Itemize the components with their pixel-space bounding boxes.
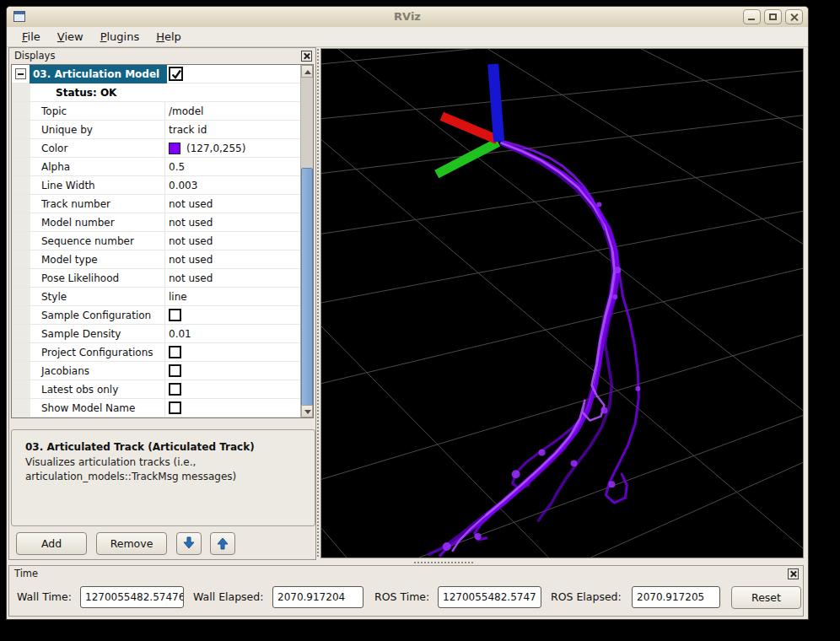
scrollbar-thumb[interactable]: [301, 168, 313, 407]
row-gutter: [12, 83, 30, 101]
property-value[interactable]: track id: [164, 121, 300, 138]
property-label: Style: [30, 291, 164, 303]
time-field-input[interactable]: 1270055482.57476: [80, 586, 184, 608]
displays-panel-close-icon[interactable]: [301, 51, 312, 62]
grid-line: [321, 49, 803, 64]
property-value[interactable]: line: [164, 288, 300, 305]
row-gutter: [12, 399, 30, 417]
property-label: Unique by: [30, 124, 164, 136]
time-panel-close-icon[interactable]: [788, 568, 799, 579]
menu-view[interactable]: View: [49, 28, 92, 46]
property-label: Show Model Name: [30, 402, 164, 414]
tree-row-sample-density[interactable]: Sample Density0.01: [12, 325, 300, 343]
move-display-down-button[interactable]: [176, 532, 202, 555]
property-label: Pose Likelihood: [30, 272, 164, 284]
display-name-label[interactable]: 03. Articulation Model: [30, 65, 167, 83]
row-gutter: [12, 195, 30, 213]
tree-row-track-number[interactable]: Track numbernot used: [12, 195, 300, 213]
tree-row-alpha[interactable]: Alpha0.5: [12, 158, 300, 176]
tree-row-display-header[interactable]: 03. Articulation Model: [12, 65, 300, 83]
tree-row-model-number[interactable]: Model numbernot used: [12, 213, 300, 232]
tree-row-model-type[interactable]: Model typenot used: [12, 250, 300, 269]
tree-row-style[interactable]: Styleline: [12, 288, 300, 306]
property-checkbox[interactable]: [169, 401, 181, 414]
scene-3d[interactable]: [321, 49, 803, 558]
row-gutter: [12, 139, 30, 157]
add-display-button[interactable]: Add: [16, 532, 87, 555]
title-bar[interactable]: RViz: [7, 7, 808, 28]
property-checkbox[interactable]: [169, 383, 181, 396]
tree-row-line-width[interactable]: Line Width0.003: [12, 176, 300, 195]
time-panel-title: Time: [9, 566, 803, 582]
articulation-track: [503, 143, 639, 504]
track-node: [443, 542, 451, 551]
tree-row-latest-obs-only[interactable]: Latest obs only: [12, 380, 300, 399]
row-gutter: [12, 250, 30, 268]
tree-row-project-configurations[interactable]: Project Configurations: [12, 343, 300, 362]
track-node: [596, 202, 601, 207]
tree-row-jacobians[interactable]: Jacobians: [12, 362, 300, 380]
row-gutter: [12, 213, 30, 231]
property-value[interactable]: /model: [164, 102, 300, 120]
tree-row-sample-configuration[interactable]: Sample Configuration: [12, 306, 300, 325]
displays-panel-title: Displays: [9, 48, 315, 64]
row-gutter: [12, 121, 30, 138]
reset-time-button[interactable]: Reset: [731, 586, 801, 609]
property-label: Color: [30, 143, 164, 154]
tree-row-color[interactable]: Color(127,0,255): [12, 139, 300, 158]
time-field-input[interactable]: 2070.917205: [632, 586, 720, 608]
property-value[interactable]: [164, 380, 300, 398]
track-node: [600, 407, 607, 414]
menu-help[interactable]: Help: [148, 28, 190, 46]
track-node: [570, 460, 577, 466]
property-checkbox[interactable]: [169, 309, 181, 321]
menu-plugins[interactable]: Plugins: [92, 28, 148, 46]
tree-row-show-model-name[interactable]: Show Model Name: [12, 399, 300, 417]
row-gutter: [12, 325, 30, 342]
desktop: { "window": { "title": "RViz" }, "menu":…: [0, 0, 840, 641]
row-gutter: [12, 232, 30, 250]
tree-row-topic[interactable]: Topic/model: [12, 102, 300, 121]
property-value[interactable]: [164, 399, 300, 417]
property-value[interactable]: not used: [164, 195, 300, 213]
displays-panel: Displays 03. Articulation Model: [8, 47, 316, 560]
property-value[interactable]: 0.01: [164, 325, 300, 342]
property-value[interactable]: not used: [164, 213, 300, 231]
property-value[interactable]: 0.5: [164, 158, 300, 175]
display-description-box: 03. Articulated Track (Articulated Track…: [11, 429, 315, 526]
property-checkbox[interactable]: [169, 346, 181, 358]
scroll-up-button[interactable]: [301, 65, 313, 78]
property-value[interactable]: [164, 306, 300, 324]
move-display-up-button[interactable]: [210, 532, 235, 555]
tree-scrollbar[interactable]: [300, 65, 313, 417]
close-button[interactable]: [785, 9, 803, 24]
track-node: [608, 481, 615, 487]
property-value[interactable]: [164, 362, 300, 380]
scroll-down-button[interactable]: [301, 405, 313, 417]
track-node: [635, 386, 640, 391]
collapse-expander-icon[interactable]: [15, 68, 26, 79]
property-label: Sample Density: [30, 328, 164, 340]
minimize-button[interactable]: [743, 9, 761, 24]
render-viewport-3d[interactable]: [320, 48, 804, 558]
property-checkbox[interactable]: [169, 364, 181, 377]
display-enabled-checkbox[interactable]: [169, 67, 183, 81]
tree-row-sequence-number[interactable]: Sequence numbernot used: [12, 232, 300, 250]
row-gutter: [12, 343, 30, 361]
property-value[interactable]: not used: [164, 250, 300, 268]
tree-row-pose-likelihood[interactable]: Pose Likelihoodnot used: [12, 269, 300, 288]
property-value[interactable]: not used: [164, 232, 300, 250]
property-value[interactable]: [164, 343, 300, 361]
property-value[interactable]: (127,0,255): [164, 139, 300, 157]
property-value[interactable]: 0.003: [164, 176, 300, 194]
remove-display-button[interactable]: Remove: [96, 532, 167, 555]
time-field-input[interactable]: 1270055482.5747: [438, 586, 541, 608]
property-label: Project Configurations: [30, 347, 164, 358]
tree-row-unique-by[interactable]: Unique bytrack id: [12, 121, 300, 139]
maximize-button[interactable]: [764, 9, 782, 24]
time-field-input[interactable]: 2070.917204: [272, 586, 363, 608]
color-swatch[interactable]: [169, 143, 180, 154]
time-field-label: Wall Time:: [17, 590, 72, 603]
property-value[interactable]: not used: [164, 269, 300, 287]
menu-file[interactable]: File: [13, 28, 49, 46]
